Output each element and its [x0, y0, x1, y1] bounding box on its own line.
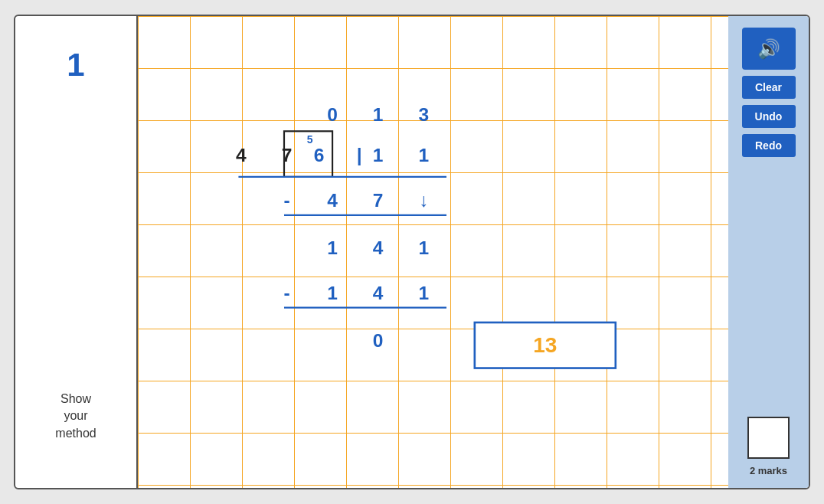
undo-button[interactable]: Undo — [742, 105, 796, 128]
svg-text:|: | — [357, 145, 362, 165]
left-panel: 1 Showyourmethod — [15, 16, 138, 488]
svg-text:4: 4 — [236, 145, 247, 165]
svg-text:1: 1 — [327, 237, 338, 258]
grid-area[interactable]: 0 1 3 4 7 5 6 1 | 1 - 4 7 ↓ 1 — [138, 16, 728, 488]
svg-text:4: 4 — [327, 190, 338, 211]
redo-button[interactable]: Redo — [742, 134, 796, 157]
marks-checkbox — [747, 417, 790, 459]
svg-text:↓: ↓ — [419, 190, 428, 211]
svg-text:1: 1 — [418, 283, 429, 303]
svg-text:3: 3 — [418, 104, 429, 125]
svg-text:7: 7 — [373, 190, 384, 211]
svg-text:4: 4 — [373, 283, 384, 303]
svg-text:0: 0 — [327, 104, 338, 125]
svg-text:4: 4 — [373, 237, 384, 258]
svg-text:1: 1 — [418, 145, 429, 165]
audio-icon: 🔊 — [757, 38, 780, 60]
svg-text:13: 13 — [533, 333, 557, 357]
right-panel: 🔊 Clear Undo Redo 2 marks — [728, 16, 809, 488]
clear-button[interactable]: Clear — [742, 76, 796, 99]
show-method-label: Showyourmethod — [55, 391, 96, 442]
svg-text:-: - — [283, 283, 289, 303]
svg-text:6: 6 — [314, 145, 325, 165]
svg-text:1: 1 — [418, 237, 429, 258]
svg-text:1: 1 — [373, 104, 384, 125]
question-number: 1 — [67, 47, 84, 83]
math-work-svg: 0 1 3 4 7 5 6 1 | 1 - 4 7 ↓ 1 — [138, 16, 728, 488]
marks-label: 2 marks — [750, 465, 787, 476]
svg-text:5: 5 — [307, 133, 313, 146]
svg-text:1: 1 — [327, 283, 338, 303]
svg-text:-: - — [283, 190, 289, 211]
svg-text:0: 0 — [373, 330, 384, 351]
svg-text:7: 7 — [282, 145, 293, 165]
svg-text:1: 1 — [373, 145, 384, 165]
main-container: 1 Showyourmethod 0 1 3 4 7 5 6 1 | 1 — [14, 15, 810, 489]
audio-button[interactable]: 🔊 — [742, 28, 796, 70]
